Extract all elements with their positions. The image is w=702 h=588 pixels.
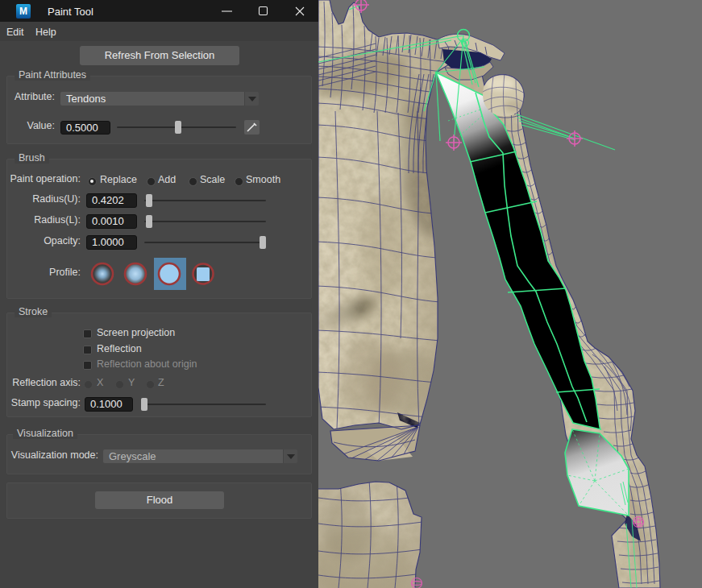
svg-text:M: M bbox=[19, 6, 27, 17]
